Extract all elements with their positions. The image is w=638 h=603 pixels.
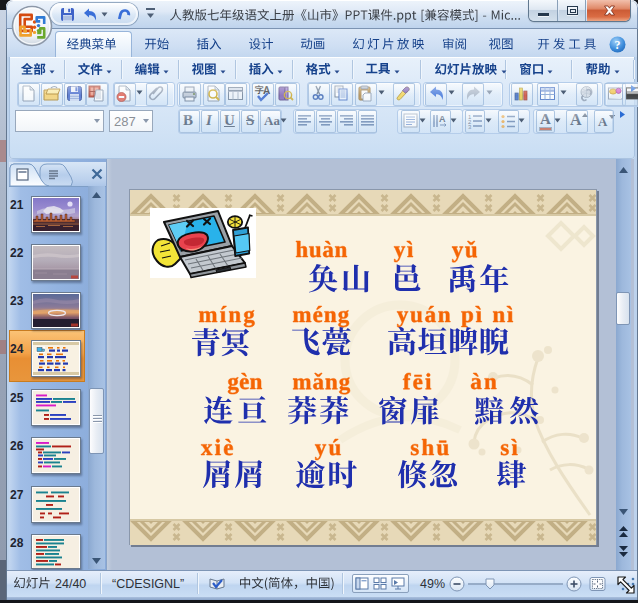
svg-text:?: ? — [615, 38, 621, 52]
